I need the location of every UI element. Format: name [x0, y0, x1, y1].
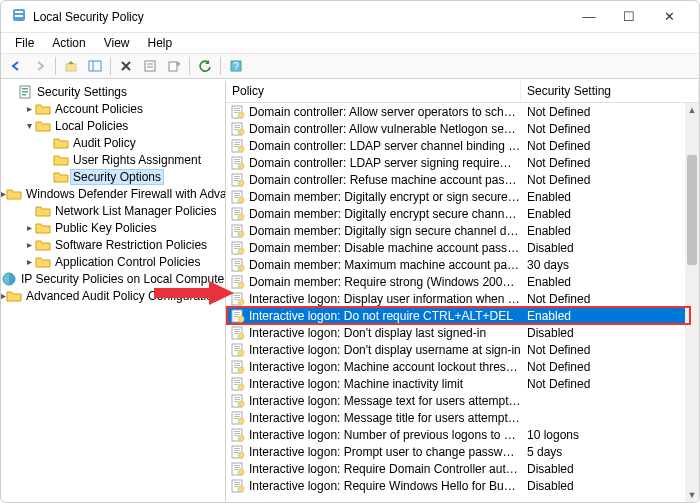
policy-row[interactable]: Domain member: Digitally encrypt secure …	[226, 205, 699, 222]
policy-row[interactable]: Interactive logon: Require Domain Contro…	[226, 460, 699, 477]
policy-row[interactable]: Interactive logon: Machine inactivity li…	[226, 375, 699, 392]
tree-twisty[interactable]: ▸	[23, 222, 35, 233]
titlebar[interactable]: Local Security Policy — ☐ ✕	[1, 1, 699, 33]
policy-item-icon	[230, 291, 246, 307]
tree-item[interactable]: IP Security Policies on Local Compute	[1, 270, 225, 287]
tree-twisty[interactable]: ▸	[23, 103, 35, 114]
svg-rect-65	[234, 265, 238, 266]
list-body[interactable]: Domain controller: Allow server operator…	[226, 103, 699, 502]
policy-row[interactable]: Interactive logon: Don't display last si…	[226, 324, 699, 341]
svg-rect-115	[234, 435, 238, 436]
delete-button[interactable]	[115, 55, 137, 77]
svg-rect-100	[234, 384, 238, 385]
vertical-scrollbar[interactable]: ▲ ▼	[685, 103, 699, 502]
tree-item[interactable]: ▸Advanced Audit Policy Configuration	[1, 287, 225, 304]
column-header-setting[interactable]: Security Setting	[521, 81, 699, 102]
tree-item[interactable]: ▸Windows Defender Firewall with Adva	[1, 185, 225, 202]
svg-point-46	[238, 197, 244, 203]
scrollbar-thumb[interactable]	[687, 155, 697, 265]
svg-rect-78	[234, 312, 240, 313]
menu-action[interactable]: Action	[44, 35, 93, 51]
policy-row[interactable]: Interactive logon: Don't display usernam…	[226, 341, 699, 358]
close-button[interactable]: ✕	[649, 1, 689, 33]
policy-name: Interactive logon: Require Windows Hello…	[249, 479, 521, 493]
svg-rect-50	[234, 214, 238, 215]
policy-row[interactable]: Interactive logon: Do not require CTRL+A…	[226, 307, 699, 324]
policy-row[interactable]: Domain member: Disable machine account p…	[226, 239, 699, 256]
policy-row[interactable]: Interactive logon: Prompt user to change…	[226, 443, 699, 460]
menu-view[interactable]: View	[96, 35, 138, 51]
folder-icon	[6, 186, 22, 202]
svg-rect-93	[234, 363, 240, 364]
tree-twisty[interactable]: ▾	[23, 120, 35, 131]
tree-item[interactable]: ▸Software Restriction Policies	[1, 236, 225, 253]
policy-value: Disabled	[521, 241, 574, 255]
policy-row[interactable]: Domain member: Digitally sign secure cha…	[226, 222, 699, 239]
tree-item[interactable]: Security Settings	[1, 83, 225, 100]
back-button[interactable]	[5, 55, 27, 77]
tree-item[interactable]: ▸Application Control Policies	[1, 253, 225, 270]
policy-name: Interactive logon: Do not require CTRL+A…	[249, 309, 521, 323]
svg-rect-64	[234, 263, 240, 264]
menu-file[interactable]: File	[7, 35, 42, 51]
help-button[interactable]: ?	[225, 55, 247, 77]
column-header-policy[interactable]: Policy	[226, 81, 521, 102]
tree-item[interactable]: ▸Public Key Policies	[1, 219, 225, 236]
policy-name: Domain member: Digitally encrypt or sign…	[249, 190, 521, 204]
tree-item[interactable]: ▸Account Policies	[1, 100, 225, 117]
minimize-button[interactable]: —	[569, 1, 609, 33]
scroll-up-button[interactable]: ▲	[685, 103, 699, 117]
svg-rect-24	[234, 127, 240, 128]
svg-rect-29	[234, 144, 240, 145]
policy-row[interactable]: Interactive logon: Message text for user…	[226, 392, 699, 409]
forward-button[interactable]	[29, 55, 51, 77]
policy-name: Domain member: Require strong (Windows 2…	[249, 275, 521, 289]
svg-rect-103	[234, 397, 240, 398]
tree-twisty[interactable]: ▸	[23, 256, 35, 267]
policy-row[interactable]: Domain controller: Refuse machine accoun…	[226, 171, 699, 188]
up-button[interactable]	[60, 55, 82, 77]
policy-row[interactable]: Domain controller: Allow server operator…	[226, 103, 699, 120]
show-hide-tree-button[interactable]	[84, 55, 106, 77]
maximize-button[interactable]: ☐	[609, 1, 649, 33]
tree-item-label: Network List Manager Policies	[53, 204, 218, 218]
policy-row[interactable]: Domain member: Maximum machine account p…	[226, 256, 699, 273]
tree-pane[interactable]: Security Settings▸Account Policies▾Local…	[1, 81, 226, 502]
policy-value: Enabled	[521, 190, 571, 204]
policy-name: Interactive logon: Message title for use…	[249, 411, 521, 425]
policy-item-icon	[230, 393, 246, 409]
tree-twisty[interactable]: ▸	[23, 239, 35, 250]
policy-row[interactable]: Interactive logon: Machine account locko…	[226, 358, 699, 375]
tree-item[interactable]: Network List Manager Policies	[1, 202, 225, 219]
policy-row[interactable]: Interactive logon: Message title for use…	[226, 409, 699, 426]
list-header[interactable]: Policy Security Setting	[226, 81, 699, 103]
policy-row[interactable]: Domain controller: LDAP server signing r…	[226, 154, 699, 171]
refresh-button[interactable]	[194, 55, 216, 77]
menubar: File Action View Help	[1, 33, 699, 53]
tree-item[interactable]: User Rights Assignment	[1, 151, 225, 168]
svg-rect-43	[234, 193, 240, 194]
policy-row[interactable]: Interactive logon: Require Windows Hello…	[226, 477, 699, 494]
scroll-down-button[interactable]: ▼	[685, 488, 699, 502]
svg-point-36	[238, 163, 244, 169]
svg-point-101	[238, 384, 244, 390]
policy-item-icon	[230, 376, 246, 392]
policy-row[interactable]: Domain controller: Allow vulnerable Netl…	[226, 120, 699, 137]
policy-row[interactable]: Domain member: Require strong (Windows 2…	[226, 273, 699, 290]
tree-item[interactable]: ▾Local Policies	[1, 117, 225, 134]
policy-row[interactable]: Domain member: Digitally encrypt or sign…	[226, 188, 699, 205]
svg-rect-18	[234, 108, 240, 109]
properties-button[interactable]	[139, 55, 161, 77]
tree-item[interactable]: Security Options	[1, 168, 225, 185]
policy-row[interactable]: Interactive logon: Number of previous lo…	[226, 426, 699, 443]
svg-point-111	[238, 418, 244, 424]
policy-value: Not Defined	[521, 360, 590, 374]
policy-row[interactable]: Interactive logon: Display user informat…	[226, 290, 699, 307]
policy-row[interactable]: Domain controller: LDAP server channel b…	[226, 137, 699, 154]
svg-rect-20	[234, 112, 238, 113]
menu-help[interactable]: Help	[140, 35, 181, 51]
policy-name: Interactive logon: Machine inactivity li…	[249, 377, 521, 391]
policy-name: Interactive logon: Number of previous lo…	[249, 428, 521, 442]
export-button[interactable]	[163, 55, 185, 77]
tree-item[interactable]: Audit Policy	[1, 134, 225, 151]
